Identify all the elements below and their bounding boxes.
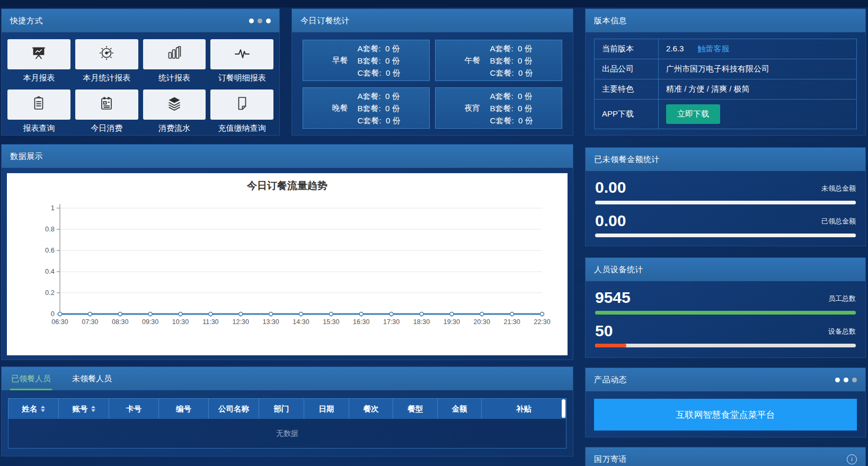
- shortcut-item[interactable]: 消费流水: [143, 89, 206, 133]
- svg-text:11:30: 11:30: [202, 318, 218, 326]
- version-row-label: 出品公司: [595, 59, 659, 79]
- stat-value: 0.00: [595, 179, 626, 196]
- panel-version-info: 版本信息 当前版本2.6.3触蕾客服出品公司广州市国万电子科技有限公司主要特色精…: [585, 8, 866, 136]
- download-button[interactable]: 立即下载: [666, 104, 720, 124]
- stat-progress-track: [595, 234, 856, 237]
- carousel-dot[interactable]: [258, 19, 262, 23]
- empty-data-row: 无数据: [8, 419, 566, 449]
- version-row-label: APP下载: [595, 100, 659, 129]
- shortcut-item[interactable]: 本月报表: [7, 39, 70, 83]
- meal-combo-line: A套餐: 0 份: [358, 90, 401, 102]
- meal-combo-line: B套餐: 0 份: [490, 55, 533, 67]
- column-header[interactable]: 账号: [59, 399, 109, 419]
- svg-text:21:30: 21:30: [503, 318, 520, 326]
- svg-text:17:30: 17:30: [383, 318, 400, 326]
- stat-row: 50设备总数: [595, 322, 856, 339]
- column-header-label: 餐次: [364, 404, 379, 414]
- shortcut-item[interactable]: 订餐明细报表: [210, 39, 273, 83]
- sort-asc-icon: [91, 406, 95, 408]
- column-header-label: 金额: [452, 404, 467, 414]
- board-chart-icon: [30, 44, 48, 65]
- table-scrollbar[interactable]: [562, 399, 565, 418]
- sort-asc-icon: [41, 406, 45, 408]
- panel-meal-records: 已领餐人员未领餐人员 姓名账号卡号编号公司名称部门日期餐次餐型金额补贴 无数据: [1, 366, 573, 456]
- layers-icon: [165, 95, 183, 115]
- carousel-dot[interactable]: [852, 378, 857, 382]
- carousel-dots: [249, 19, 271, 23]
- version-row-label: 主要特色: [595, 79, 659, 100]
- tab-not-received[interactable]: 未领餐人员: [71, 367, 113, 390]
- svg-text:20:30: 20:30: [474, 318, 490, 326]
- meal-card: 晚餐A套餐: 0 份B套餐: 0 份C套餐: 0 份: [303, 87, 430, 129]
- meal-combo-line: C套餐: 0 份: [490, 67, 533, 79]
- panel-product-news-title: 产品动态: [594, 375, 627, 385]
- shortcut-item[interactable]: 本月统计报表: [75, 39, 138, 83]
- sort-icon[interactable]: [91, 406, 95, 412]
- panel-motto-title: 国万寄语: [594, 454, 627, 464]
- device-stat: 9545员工总数: [595, 289, 856, 315]
- meal-card: 午餐A套餐: 0 份B套餐: 0 份C套餐: 0 份: [435, 40, 562, 81]
- panel-version-title: 版本信息: [594, 16, 627, 26]
- stat-row: 0.00已领总金额: [595, 212, 856, 229]
- carousel-dot[interactable]: [844, 378, 848, 382]
- customer-service-link[interactable]: 触蕾客服: [697, 44, 729, 53]
- amount-stat: 0.00已领总金额: [595, 212, 856, 238]
- shortcut-label: 消费流水: [143, 123, 206, 133]
- panel-product-news: 产品动态 互联网智慧食堂点菜平台: [585, 368, 866, 437]
- chart-svg: 今日订餐流量趋势00.20.40.60.8106:3007:3008:3009:…: [7, 173, 568, 355]
- version-row: 出品公司广州市国万电子科技有限公司: [595, 59, 857, 79]
- sort-icon[interactable]: [41, 406, 45, 412]
- sort-desc-icon: [41, 409, 45, 412]
- panel-staff-device-header: 人员设备统计: [586, 258, 865, 281]
- shortcut-item[interactable]: 统计报表: [143, 39, 206, 83]
- meal-combo-list: A套餐: 0 份B套餐: 0 份C套餐: 0 份: [490, 42, 533, 79]
- panel-version-header: 版本信息: [586, 9, 865, 32]
- tab-received[interactable]: 已领餐人员: [10, 367, 52, 390]
- svg-text:14:30: 14:30: [293, 318, 309, 326]
- meal-combo-line: C套餐: 0 份: [358, 67, 401, 79]
- carousel-dot[interactable]: [249, 19, 254, 23]
- amount-stat: 0.00未领总金额: [595, 179, 856, 204]
- stat-label: 已领总金额: [821, 217, 856, 229]
- stat-label: 员工总数: [828, 294, 856, 306]
- order-trend-chart: 今日订餐流量趋势00.20.40.60.8106:3007:3008:3009:…: [7, 173, 568, 355]
- meal-combo-line: C套餐: 0 份: [358, 114, 401, 127]
- shortcut-item[interactable]: 今日消费: [75, 89, 138, 133]
- panel-order-stats-title: 今日订餐统计: [300, 16, 350, 26]
- calendar-icon: [98, 95, 116, 115]
- product-banner-button[interactable]: 互联网智慧食堂点菜平台: [594, 399, 857, 431]
- meal-combo-list: A套餐: 0 份B套餐: 0 份C套餐: 0 份: [358, 90, 401, 127]
- shortcut-item[interactable]: 报表查询: [7, 89, 70, 133]
- svg-text:0.8: 0.8: [45, 225, 55, 233]
- version-table: 当前版本2.6.3触蕾客服出品公司广州市国万电子科技有限公司主要特色精准 / 方…: [594, 39, 857, 129]
- meal-combo-list: A套餐: 0 份B套餐: 0 份C套餐: 0 份: [358, 42, 401, 79]
- column-header-label: 姓名: [22, 404, 38, 414]
- carousel-dot[interactable]: [835, 378, 840, 382]
- carousel-dot[interactable]: [266, 19, 271, 23]
- info-icon[interactable]: i: [847, 454, 857, 464]
- version-value-text: 精准 / 方便 / 清爽 / 极简: [666, 84, 750, 93]
- stat-progress-track: [595, 311, 856, 315]
- file-icon: [233, 95, 251, 115]
- column-header: 补贴: [482, 399, 566, 419]
- version-row-value: 立即下载: [659, 100, 857, 129]
- stat-progress-track: [595, 201, 856, 204]
- meal-combo-line: A套餐: 0 份: [358, 42, 401, 55]
- shortcut-card: [210, 39, 273, 69]
- svg-text:07:30: 07:30: [82, 318, 98, 326]
- meal-card: 早餐A套餐: 0 份B套餐: 0 份C套餐: 0 份: [303, 40, 430, 81]
- panel-shortcuts-title: 快捷方式: [10, 16, 43, 26]
- version-row-value: 精准 / 方便 / 清爽 / 极简: [659, 79, 857, 100]
- meal-combo-line: B套餐: 0 份: [490, 102, 533, 114]
- meal-combo-line: B套餐: 0 份: [358, 55, 401, 67]
- shortcut-card: [143, 89, 206, 120]
- column-header-label: 餐型: [408, 404, 423, 414]
- svg-text:0.4: 0.4: [45, 267, 55, 275]
- panel-amount-stats: 已未领餐金额统计 0.00未领总金额0.00已领总金额: [585, 147, 866, 246]
- shortcut-item[interactable]: 充值缴纳查询: [210, 89, 273, 133]
- svg-text:22:30: 22:30: [534, 318, 550, 326]
- column-header: 餐型: [393, 399, 438, 419]
- meal-combo-line: B套餐: 0 份: [358, 102, 401, 114]
- stat-progress-track: [595, 344, 856, 347]
- column-header[interactable]: 姓名: [8, 399, 59, 419]
